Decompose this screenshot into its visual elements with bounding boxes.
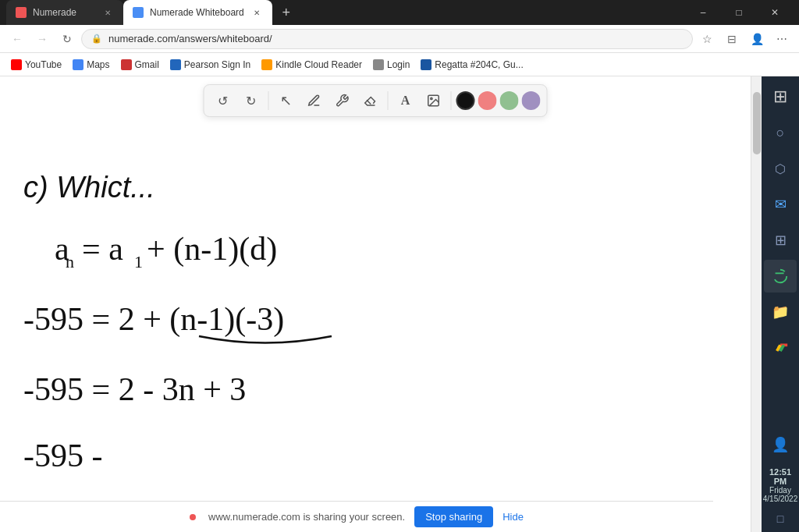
notification-bar: www.numerade.com is sharing your screen.…	[0, 501, 713, 532]
svg-text:-595 = 2 + (n-1)(-3): -595 = 2 + (n-1)(-3)	[23, 301, 284, 338]
sharing-message: www.numerade.com is sharing your screen.	[208, 511, 405, 523]
toolbar-divider-3	[451, 91, 452, 110]
menu-button[interactable]: ⋯	[771, 28, 793, 50]
lock-icon: 🔒	[91, 34, 102, 44]
search-taskbar-icon[interactable]: ○	[764, 116, 797, 149]
explorer-icon[interactable]: 📁	[764, 296, 797, 328]
window-controls: – □ ✕	[685, 0, 793, 25]
svg-text:c) Whict...: c) Whict...	[23, 171, 155, 204]
bookmark-gmail-label: Gmail	[135, 59, 159, 70]
maps-favicon	[73, 59, 83, 70]
collections-button[interactable]: ⊟	[721, 28, 743, 50]
clock-day: Friday	[769, 486, 791, 495]
windows-start-icon[interactable]: ⊞	[764, 80, 797, 113]
eraser-button[interactable]	[358, 88, 383, 113]
bookmark-gmail[interactable]: Gmail	[116, 58, 164, 72]
image-tool-button[interactable]	[421, 88, 446, 113]
address-bar: ← → ↻ 🔒 numerade.com/answers/whiteboard/…	[0, 25, 799, 53]
edge-icon[interactable]	[764, 260, 797, 293]
tab1-close[interactable]: ✕	[101, 6, 114, 19]
kindle-favicon	[261, 59, 272, 70]
bookmark-pearson[interactable]: Pearson Sign In	[165, 58, 255, 72]
windows-taskbar: ⊞ ○ ⬡ ✉ ⊞ 📁	[762, 76, 799, 532]
address-text: numerade.com/answers/whiteboard/	[108, 33, 272, 44]
whiteboard-canvas[interactable]: ↺ ↻ ↖	[0, 76, 751, 532]
toolbar-divider-1	[268, 91, 269, 110]
favorites-button[interactable]: ☆	[696, 28, 718, 50]
tab1-label: Numerade	[33, 7, 95, 18]
show-desktop-button[interactable]: □	[764, 509, 797, 528]
tab2-close[interactable]: ✕	[250, 6, 263, 19]
bookmark-login[interactable]: Login	[368, 58, 414, 72]
color-pink[interactable]	[478, 91, 497, 110]
mail-icon[interactable]: ✉	[764, 188, 797, 221]
bookmarks-bar: YouTube Maps Gmail Pearson Sign In Kindl…	[0, 53, 799, 76]
tab-numerade[interactable]: Numerade ✕	[6, 0, 123, 25]
pearson-favicon	[170, 59, 181, 70]
svg-text:1: 1	[134, 252, 143, 271]
clock-date: 4/15/2022	[763, 495, 798, 503]
pen-tool-button[interactable]	[302, 88, 327, 113]
color-purple[interactable]	[522, 91, 541, 110]
svg-point-1	[431, 98, 432, 99]
tab2-favicon	[133, 7, 144, 18]
taskview-icon[interactable]: ⬡	[764, 152, 797, 185]
title-bar: Numerade ✕ Numerade Whiteboard ✕ + – □ ✕	[0, 0, 799, 25]
math-content: c) Whict... a n = a 1 + (n-1)(d) -595 = …	[8, 123, 710, 532]
maximize-button[interactable]: □	[721, 0, 757, 25]
gmail-favicon	[121, 59, 132, 70]
bookmark-login-label: Login	[387, 59, 410, 70]
vertical-scrollbar[interactable]	[751, 76, 762, 532]
back-button[interactable]: ←	[6, 28, 28, 50]
clock-display: 12:51 PM Friday 4/15/2022	[764, 464, 797, 506]
bookmark-kindle-label: Kindle Cloud Reader	[275, 59, 362, 70]
svg-text:= a: = a	[82, 231, 123, 267]
forward-button[interactable]: →	[31, 28, 53, 50]
tab1-favicon	[16, 7, 27, 18]
svg-text:-595 -: -595 -	[23, 438, 102, 473]
drawing-toolbar: ↺ ↻ ↖	[204, 84, 548, 117]
user-button[interactable]: 👤	[746, 28, 768, 50]
bookmark-maps[interactable]: Maps	[68, 58, 114, 72]
minimize-button[interactable]: –	[685, 0, 721, 25]
new-tab-button[interactable]: +	[275, 2, 297, 23]
svg-text:-595 = 2 - 3n + 3: -595 = 2 - 3n + 3	[23, 371, 246, 407]
bookmark-kindle[interactable]: Kindle Cloud Reader	[257, 58, 367, 72]
address-input[interactable]: 🔒 numerade.com/answers/whiteboard/	[81, 29, 693, 49]
bookmark-pearson-label: Pearson Sign In	[184, 59, 250, 70]
youtube-favicon	[11, 59, 22, 70]
login-favicon	[373, 59, 384, 70]
undo-button[interactable]: ↺	[211, 88, 236, 113]
close-button[interactable]: ✕	[757, 0, 793, 25]
bookmark-maps-label: Maps	[87, 59, 109, 70]
tools-button[interactable]	[330, 88, 355, 113]
stop-sharing-button[interactable]: Stop sharing	[414, 506, 493, 527]
bookmark-regatta-label: Regatta #204C, Gu...	[435, 59, 523, 70]
share-dot-icon	[190, 514, 196, 520]
scrollbar-thumb[interactable]	[753, 92, 761, 154]
regatta-favicon	[421, 59, 431, 70]
bookmark-youtube-label: YouTube	[25, 59, 62, 70]
chrome-icon[interactable]	[764, 332, 797, 364]
store-icon[interactable]: ⊞	[764, 224, 797, 257]
text-tool-button[interactable]: A	[393, 88, 418, 113]
bookmark-youtube[interactable]: YouTube	[6, 58, 66, 72]
svg-text:+ (n-1)(d): + (n-1)(d)	[147, 231, 277, 268]
color-black[interactable]	[456, 91, 475, 110]
clock-time: 12:51 PM	[765, 467, 795, 486]
toolbar-divider-2	[388, 91, 389, 110]
people-icon[interactable]: 👤	[764, 428, 797, 461]
bookmark-regatta[interactable]: Regatta #204C, Gu...	[416, 58, 527, 72]
color-green[interactable]	[500, 91, 519, 110]
svg-text:n: n	[66, 252, 74, 271]
redo-button[interactable]: ↻	[239, 88, 264, 113]
tab2-label: Numerade Whiteboard	[150, 7, 244, 18]
tab-whiteboard[interactable]: Numerade Whiteboard ✕	[123, 0, 272, 25]
select-tool-button[interactable]: ↖	[274, 88, 299, 113]
refresh-button[interactable]: ↻	[56, 28, 78, 50]
hide-button[interactable]: Hide	[502, 511, 524, 523]
